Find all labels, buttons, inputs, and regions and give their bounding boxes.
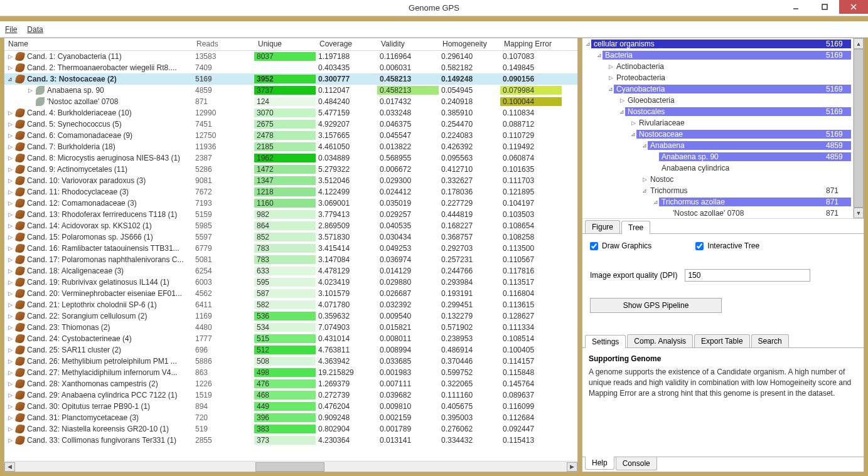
expander-icon[interactable]: ▷ <box>7 223 13 229</box>
menu-data[interactable]: Data <box>27 25 43 34</box>
table-row[interactable]: ▷Cand. 25: SAR11 cluster (2)6965124.7638… <box>4 344 577 356</box>
col-coverage[interactable]: Coverage <box>316 38 377 50</box>
minimize-button[interactable] <box>781 0 810 14</box>
expander-icon[interactable]: ▷ <box>608 75 614 81</box>
table-row[interactable]: ▷Cand. 16: Ramlibacter tataouinensis TTB… <box>4 243 577 254</box>
table-row[interactable]: ▷Cand. 20: Verminephrobacter eiseniae EF… <box>4 288 577 299</box>
tab-console[interactable]: Console <box>616 457 657 470</box>
table-row[interactable]: ▷Cand. 17: Polaromonas naphthalenivorans… <box>4 254 577 265</box>
expander-icon[interactable]: ▷ <box>7 200 13 206</box>
tree-item[interactable]: ▷Proteobacteria <box>582 72 864 83</box>
table-row[interactable]: ▷Cand. 31: Planctomycetaceae (3)7203960.… <box>4 412 577 423</box>
expander-icon[interactable]: ▷ <box>630 120 636 126</box>
tab-search[interactable]: Search <box>751 334 789 347</box>
tab-settings[interactable]: Settings <box>585 335 626 348</box>
table-row[interactable]: ▷Cand. 26: Methylibium petroleiphilum PM… <box>4 356 577 367</box>
tree-item[interactable]: ⊿Bacteria5169 <box>582 50 864 61</box>
table-row[interactable]: ▷Cand. 19: Rubrivivax gelatinosus IL144 … <box>4 277 577 288</box>
expander-icon[interactable]: ▷ <box>7 234 13 240</box>
tree-item[interactable]: 'Nostoc azollae' 0708871 <box>582 208 864 219</box>
expander-icon[interactable]: ▷ <box>7 65 13 71</box>
scroll-down-icon[interactable]: ▼ <box>854 208 864 218</box>
expander-icon[interactable]: ▷ <box>7 403 13 410</box>
table-row[interactable]: ▷Cand. 14: Acidovorax sp. KKS102 (1)5985… <box>4 220 577 231</box>
table-row[interactable]: ▷Cand. 6: Comamonadaceae (9)1275024783.1… <box>4 130 577 141</box>
table-row[interactable]: ▷Cand. 4: Burkholderiaceae (10)129903070… <box>4 107 577 119</box>
expander-icon[interactable]: ⊿ <box>641 188 648 194</box>
table-row[interactable]: ▷Anabaena sp. 90485937370.1120470.458213… <box>4 85 577 96</box>
table-row[interactable]: ▷Cand. 9: Actinomycetales (11)528614725.… <box>4 164 577 175</box>
expander-icon[interactable]: ▷ <box>7 324 13 331</box>
horizontal-scrollbar[interactable]: ◀ ▶ <box>4 461 577 472</box>
expander-icon[interactable]: ▷ <box>641 176 648 182</box>
expander-icon[interactable]: ▷ <box>7 189 13 195</box>
table-row[interactable]: ▷Cand. 28: Xanthomonas campestris (2)122… <box>4 378 577 389</box>
table-row[interactable]: ▷Cand. 8: Microcystis aeruginosa NIES-84… <box>4 152 577 164</box>
tree-item[interactable]: Anabaena sp. 904859 <box>582 151 864 162</box>
expander-icon[interactable]: ▷ <box>7 257 13 263</box>
table-row[interactable]: ▷Cand. 2: Thermoanaerobacter wiegelii Rt… <box>4 62 577 73</box>
scrollbar-thumb[interactable] <box>255 462 324 472</box>
expander-icon[interactable]: ▷ <box>7 358 13 364</box>
expander-icon[interactable]: ▷ <box>7 166 13 172</box>
col-mapping-error[interactable]: Mapping Error <box>500 38 562 50</box>
expander-icon[interactable]: ⊿ <box>7 76 13 82</box>
col-validity[interactable]: Validity <box>377 38 439 50</box>
tree-item[interactable]: ⊿Anabaena4859 <box>582 140 864 151</box>
tree-item[interactable]: ⊿Nostocaceae5169 <box>582 129 864 140</box>
dpi-input[interactable] <box>685 269 810 282</box>
expander-icon[interactable]: ▷ <box>7 302 13 308</box>
expander-icon[interactable]: ▷ <box>7 369 13 376</box>
expander-icon[interactable]: ▷ <box>7 268 13 274</box>
table-row[interactable]: ▷Cand. 7: Burkholderia (18)1193621854.46… <box>4 141 577 152</box>
tree-item[interactable]: ▷Gloeobacteria <box>582 95 864 106</box>
table-row[interactable]: ▷Cand. 32: Niastella koreensis GR20-10 (… <box>4 423 577 435</box>
close-button[interactable] <box>839 0 868 14</box>
expander-icon[interactable]: ▷ <box>7 155 13 161</box>
tree-item[interactable]: ⊿Nostocales5169 <box>582 106 864 117</box>
tab-export-table[interactable]: Export Table <box>694 334 750 347</box>
expander-icon[interactable]: ▷ <box>7 53 13 60</box>
expander-icon[interactable]: ▷ <box>7 177 13 184</box>
table-row[interactable]: 'Nostoc azollae' 07088711240.4842400.017… <box>4 96 577 107</box>
expander-icon[interactable]: ▷ <box>7 437 13 443</box>
table-row[interactable]: ▷Cand. 1: Cyanobacteria (11)1358380371.1… <box>4 51 577 62</box>
menu-file[interactable]: File <box>5 25 17 34</box>
table-row[interactable]: ▷Cand. 5: Synechococcus (5)745126754.929… <box>4 119 577 130</box>
expander-icon[interactable]: ⊿ <box>619 108 625 115</box>
expander-icon[interactable]: ⊿ <box>596 52 603 58</box>
expander-icon[interactable]: ▷ <box>7 381 13 387</box>
table-row[interactable]: ▷Cand. 23: Thiomonas (2)44805347.0749030… <box>4 322 577 333</box>
col-reads[interactable]: Reads <box>193 38 254 50</box>
table-row[interactable]: ▷Cand. 10: Variovorax paradoxus (3)90811… <box>4 175 577 186</box>
expander-icon[interactable]: ▷ <box>7 426 13 432</box>
expander-icon[interactable]: ▷ <box>7 110 13 116</box>
tab-figure[interactable]: Figure <box>585 220 620 233</box>
tree-item[interactable]: ▷Actinobacteria <box>582 61 864 72</box>
expander-icon[interactable]: ▷ <box>7 132 13 139</box>
tab-comp-analysis[interactable]: Comp. Analysis <box>627 334 693 347</box>
col-unique[interactable]: Unique <box>254 38 316 50</box>
tree-item[interactable]: ⊿Trichormus871 <box>582 185 864 196</box>
expander-icon[interactable]: ▷ <box>7 245 13 251</box>
expander-icon[interactable]: ▷ <box>7 347 13 353</box>
tree-item[interactable]: ▷Rivulariaceae <box>582 117 864 129</box>
scroll-left-icon[interactable]: ◀ <box>4 462 15 472</box>
expander-icon[interactable]: ▷ <box>7 211 13 218</box>
expander-icon[interactable]: ▷ <box>608 63 614 70</box>
table-row[interactable]: ▷Cand. 29: Anabaena cylindrica PCC 7122 … <box>4 389 577 401</box>
table-row[interactable]: ⊿Cand. 3: Nostocaceae (2)516939520.30077… <box>4 73 577 85</box>
scrollbar-thumb[interactable] <box>854 49 864 208</box>
col-homogeneity[interactable]: Homogeneity <box>439 38 500 50</box>
expander-icon[interactable]: ⊿ <box>608 86 614 92</box>
table-row[interactable]: ▷Cand. 33: Collimonas fungivorans Ter331… <box>4 435 577 446</box>
expander-icon[interactable]: ▷ <box>27 87 33 93</box>
expander-icon[interactable]: ⊿ <box>630 131 636 137</box>
tree-item[interactable]: ⊿cellular organisms5169 <box>582 38 864 50</box>
scroll-right-icon[interactable]: ▶ <box>567 462 577 472</box>
table-row[interactable]: ▷Cand. 22: Sorangium cellulosum (2)11695… <box>4 310 577 322</box>
scroll-up-icon[interactable]: ▲ <box>854 38 864 49</box>
table-row[interactable]: ▷Cand. 13: Rhodoferax ferrireducens T118… <box>4 209 577 220</box>
expander-icon[interactable]: ⊿ <box>641 142 648 149</box>
expander-icon[interactable]: ▷ <box>7 392 13 398</box>
